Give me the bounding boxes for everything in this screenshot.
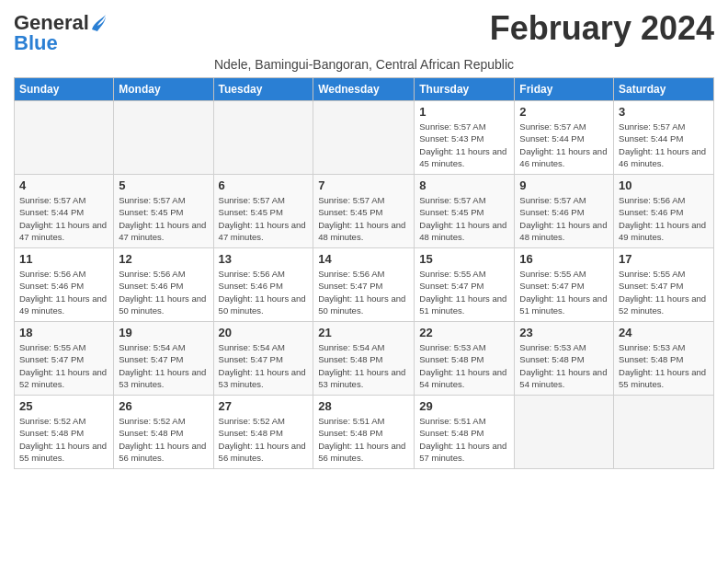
day-number: 2 [519,105,609,119]
day-info: Sunrise: 5:57 AMSunset: 5:45 PMDaylight:… [119,194,208,243]
calendar-cell: 2Sunrise: 5:57 AMSunset: 5:44 PMDaylight… [515,101,614,175]
calendar-cell: 10Sunrise: 5:56 AMSunset: 5:46 PMDayligh… [614,175,714,248]
day-number: 8 [419,178,509,192]
calendar-cell: 23Sunrise: 5:53 AMSunset: 5:48 PMDayligh… [515,322,614,396]
day-number: 1 [419,105,509,119]
calendar-cell: 16Sunrise: 5:55 AMSunset: 5:47 PMDayligh… [515,248,614,322]
day-number: 22 [419,326,509,339]
logo-bird-icon [90,13,107,33]
calendar-cell: 9Sunrise: 5:57 AMSunset: 5:46 PMDaylight… [515,175,614,248]
day-info: Sunrise: 5:57 AMSunset: 5:44 PMDaylight:… [19,194,108,243]
day-info: Sunrise: 5:52 AMSunset: 5:48 PMDaylight:… [19,415,108,464]
calendar-cell: 20Sunrise: 5:54 AMSunset: 5:47 PMDayligh… [213,322,313,396]
day-number: 16 [519,252,609,266]
calendar-cell: 28Sunrise: 5:51 AMSunset: 5:48 PMDayligh… [313,396,415,469]
day-number: 28 [318,399,409,413]
day-info: Sunrise: 5:54 AMSunset: 5:47 PMDaylight:… [219,341,309,390]
day-number: 10 [619,178,709,192]
calendar-cell: 27Sunrise: 5:52 AMSunset: 5:48 PMDayligh… [213,396,313,469]
day-info: Sunrise: 5:57 AMSunset: 5:44 PMDaylight:… [619,121,709,169]
calendar-cell [313,101,415,175]
day-number: 29 [419,399,509,413]
day-info: Sunrise: 5:57 AMSunset: 5:46 PMDaylight:… [519,194,609,243]
day-info: Sunrise: 5:56 AMSunset: 5:47 PMDaylight:… [318,268,409,316]
calendar-cell: 19Sunrise: 5:54 AMSunset: 5:47 PMDayligh… [114,322,213,396]
calendar-header-thursday: Thursday [415,78,515,101]
calendar-week-row: 25Sunrise: 5:52 AMSunset: 5:48 PMDayligh… [15,396,714,469]
calendar-cell: 25Sunrise: 5:52 AMSunset: 5:48 PMDayligh… [15,396,114,469]
day-number: 21 [318,326,409,339]
day-number: 23 [519,326,609,339]
calendar-cell: 1Sunrise: 5:57 AMSunset: 5:43 PMDaylight… [415,101,515,175]
day-info: Sunrise: 5:57 AMSunset: 5:45 PMDaylight:… [318,194,409,243]
subtitle: Ndele, Bamingui-Bangoran, Central Africa… [14,57,714,72]
day-number: 5 [119,178,208,192]
calendar-cell: 11Sunrise: 5:56 AMSunset: 5:46 PMDayligh… [15,248,114,322]
calendar-header-saturday: Saturday [614,78,714,101]
calendar-cell: 29Sunrise: 5:51 AMSunset: 5:48 PMDayligh… [415,396,515,469]
day-info: Sunrise: 5:54 AMSunset: 5:48 PMDaylight:… [318,341,409,390]
calendar-cell: 18Sunrise: 5:55 AMSunset: 5:47 PMDayligh… [15,322,114,396]
calendar-body: 1Sunrise: 5:57 AMSunset: 5:43 PMDaylight… [15,101,714,469]
day-number: 25 [19,399,108,413]
calendar-cell [515,396,614,469]
calendar-header-sunday: Sunday [15,78,114,101]
logo-text-blue: Blue [14,31,58,54]
calendar-cell: 15Sunrise: 5:55 AMSunset: 5:47 PMDayligh… [415,248,515,322]
logo: General Blue [14,13,107,53]
day-number: 3 [619,105,709,119]
logo-text-general: General [14,13,89,33]
day-info: Sunrise: 5:51 AMSunset: 5:48 PMDaylight:… [318,415,409,464]
day-info: Sunrise: 5:55 AMSunset: 5:47 PMDaylight:… [619,268,709,316]
day-info: Sunrise: 5:56 AMSunset: 5:46 PMDaylight:… [19,268,108,316]
calendar-week-row: 1Sunrise: 5:57 AMSunset: 5:43 PMDaylight… [15,101,714,175]
day-number: 24 [619,326,709,339]
calendar-cell [213,101,313,175]
day-info: Sunrise: 5:56 AMSunset: 5:46 PMDaylight:… [119,268,208,316]
calendar-cell: 24Sunrise: 5:53 AMSunset: 5:48 PMDayligh… [614,322,714,396]
calendar-cell: 13Sunrise: 5:56 AMSunset: 5:46 PMDayligh… [213,248,313,322]
title-area: February 2024 [490,9,714,48]
day-info: Sunrise: 5:56 AMSunset: 5:46 PMDaylight:… [619,194,709,243]
calendar-week-row: 4Sunrise: 5:57 AMSunset: 5:44 PMDaylight… [15,175,714,248]
day-info: Sunrise: 5:53 AMSunset: 5:48 PMDaylight:… [519,341,609,390]
day-info: Sunrise: 5:57 AMSunset: 5:44 PMDaylight:… [519,121,609,169]
day-number: 6 [219,178,309,192]
day-info: Sunrise: 5:52 AMSunset: 5:48 PMDaylight:… [119,415,208,464]
day-info: Sunrise: 5:53 AMSunset: 5:48 PMDaylight:… [619,341,709,390]
calendar-cell: 4Sunrise: 5:57 AMSunset: 5:44 PMDaylight… [15,175,114,248]
calendar-header-row: SundayMondayTuesdayWednesdayThursdayFrid… [15,78,714,101]
day-number: 11 [19,252,108,266]
calendar-week-row: 11Sunrise: 5:56 AMSunset: 5:46 PMDayligh… [15,248,714,322]
calendar-header-wednesday: Wednesday [313,78,415,101]
day-number: 15 [419,252,509,266]
day-number: 14 [318,252,409,266]
calendar-cell: 3Sunrise: 5:57 AMSunset: 5:44 PMDaylight… [614,101,714,175]
calendar-cell: 26Sunrise: 5:52 AMSunset: 5:48 PMDayligh… [114,396,213,469]
day-number: 7 [318,178,409,192]
calendar-week-row: 18Sunrise: 5:55 AMSunset: 5:47 PMDayligh… [15,322,714,396]
day-number: 12 [119,252,208,266]
day-number: 9 [519,178,609,192]
day-info: Sunrise: 5:51 AMSunset: 5:48 PMDaylight:… [419,415,509,464]
calendar-cell: 17Sunrise: 5:55 AMSunset: 5:47 PMDayligh… [614,248,714,322]
day-info: Sunrise: 5:55 AMSunset: 5:47 PMDaylight:… [419,268,509,316]
calendar-cell [15,101,114,175]
day-number: 13 [219,252,309,266]
day-info: Sunrise: 5:52 AMSunset: 5:48 PMDaylight:… [219,415,309,464]
day-number: 27 [219,399,309,413]
day-info: Sunrise: 5:57 AMSunset: 5:43 PMDaylight:… [419,121,509,169]
page-header: General Blue February 2024 [14,9,714,53]
day-info: Sunrise: 5:57 AMSunset: 5:45 PMDaylight:… [419,194,509,243]
day-info: Sunrise: 5:53 AMSunset: 5:48 PMDaylight:… [419,341,509,390]
day-number: 17 [619,252,709,266]
day-number: 20 [219,326,309,339]
day-number: 19 [119,326,208,339]
month-title: February 2024 [490,9,714,48]
calendar-header-friday: Friday [515,78,614,101]
calendar-cell: 7Sunrise: 5:57 AMSunset: 5:45 PMDaylight… [313,175,415,248]
calendar-cell: 21Sunrise: 5:54 AMSunset: 5:48 PMDayligh… [313,322,415,396]
calendar-header-tuesday: Tuesday [213,78,313,101]
calendar-cell [114,101,213,175]
day-number: 26 [119,399,208,413]
